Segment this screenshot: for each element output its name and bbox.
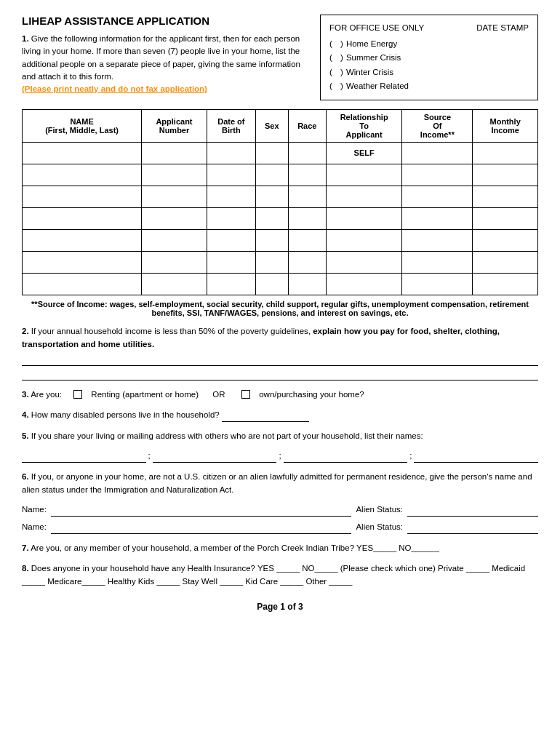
- s6-name-field1[interactable]: [51, 503, 352, 517]
- row3-source[interactable]: [402, 186, 473, 207]
- row7-appnum[interactable]: [142, 273, 207, 295]
- highlight-text: (Please print neatly and do not fax appl…: [22, 84, 207, 93]
- row1-race[interactable]: [288, 142, 326, 164]
- row5-race[interactable]: [288, 229, 326, 251]
- row3-name[interactable]: [23, 186, 142, 207]
- s7-num: 7.: [22, 543, 29, 552]
- row4-sex[interactable]: [255, 207, 288, 229]
- col-header-rel: RelationshipToApplicant: [326, 109, 401, 142]
- row5-rel[interactable]: [326, 229, 401, 251]
- s5-name4[interactable]: [414, 449, 538, 463]
- row7-source[interactable]: [402, 273, 473, 295]
- row4-name[interactable]: [23, 207, 142, 229]
- office-item-2: ( ) Summer Crisis: [329, 51, 529, 65]
- row1-dob[interactable]: [207, 142, 255, 164]
- row5-source[interactable]: [402, 229, 473, 251]
- s4-text: How many disabled persons live in the ho…: [31, 410, 220, 419]
- s6-num: 6.: [22, 472, 29, 481]
- row6-sex[interactable]: [255, 251, 288, 273]
- s3-checkbox1[interactable]: [73, 390, 82, 399]
- row6-dob[interactable]: [207, 251, 255, 273]
- table-row: [23, 229, 538, 251]
- col-header-sex: Sex: [255, 109, 288, 142]
- row3-sex[interactable]: [255, 186, 288, 207]
- office-item-1: ( ) Home Energy: [329, 37, 529, 52]
- row2-source[interactable]: [402, 164, 473, 186]
- page-footer: Page 1 of 3: [22, 602, 538, 612]
- row6-name[interactable]: [23, 251, 142, 273]
- row7-dob[interactable]: [207, 273, 255, 295]
- s6-alien-field1[interactable]: [407, 503, 538, 517]
- row5-sex[interactable]: [255, 229, 288, 251]
- paren-open: (: [329, 37, 332, 52]
- section-3: 3. Are you: Renting (apartment or home) …: [22, 388, 538, 401]
- s6-name-field2[interactable]: [51, 519, 352, 533]
- s2-line2[interactable]: [22, 369, 538, 381]
- row4-race[interactable]: [288, 207, 326, 229]
- paren-open4: (: [329, 79, 332, 94]
- row4-appnum[interactable]: [142, 207, 207, 229]
- row6-appnum[interactable]: [142, 251, 207, 273]
- s8-text: Does anyone in your household have any H…: [22, 564, 525, 586]
- row2-rel[interactable]: [326, 164, 401, 186]
- row6-race[interactable]: [288, 251, 326, 273]
- s5-name3[interactable]: [284, 449, 408, 463]
- row3-appnum[interactable]: [142, 186, 207, 207]
- row3-rel[interactable]: [326, 186, 401, 207]
- s3-checkbox2[interactable]: [241, 390, 250, 399]
- row1-name[interactable]: [23, 142, 142, 164]
- row7-race[interactable]: [288, 273, 326, 295]
- row7-income[interactable]: [473, 273, 538, 295]
- row7-name[interactable]: [23, 273, 142, 295]
- row4-income[interactable]: [473, 207, 538, 229]
- s5-num: 5.: [22, 431, 29, 440]
- row1-income[interactable]: [473, 142, 538, 164]
- row1-appnum[interactable]: [142, 142, 207, 164]
- row3-dob[interactable]: [207, 186, 255, 207]
- office-item-2-label: Summer Crisis: [346, 51, 401, 65]
- section1-num: 1.: [22, 34, 29, 43]
- row4-source[interactable]: [402, 207, 473, 229]
- row7-sex[interactable]: [255, 273, 288, 295]
- s6-text: If you, or anyone in your home, are not …: [22, 472, 532, 494]
- row2-dob[interactable]: [207, 164, 255, 186]
- row4-dob[interactable]: [207, 207, 255, 229]
- s5-name1[interactable]: [22, 449, 146, 463]
- row6-rel[interactable]: [326, 251, 401, 273]
- row3-race[interactable]: [288, 186, 326, 207]
- row5-name[interactable]: [23, 229, 142, 251]
- row3-income[interactable]: [473, 186, 538, 207]
- table-row: SELF: [23, 142, 538, 164]
- row5-appnum[interactable]: [142, 229, 207, 251]
- row6-source[interactable]: [402, 251, 473, 273]
- row2-name[interactable]: [23, 164, 142, 186]
- table-row: [23, 164, 538, 186]
- s2-line1[interactable]: [22, 354, 538, 366]
- check-space2: [335, 51, 337, 65]
- s5-name2[interactable]: [153, 449, 277, 463]
- row1-sex[interactable]: [255, 142, 288, 164]
- row1-source[interactable]: [402, 142, 473, 164]
- row5-income[interactable]: [473, 229, 538, 251]
- row2-sex[interactable]: [255, 164, 288, 186]
- household-table: NAME(First, Middle, Last) ApplicantNumbe…: [22, 109, 538, 295]
- row4-rel[interactable]: [326, 207, 401, 229]
- table-row: [23, 273, 538, 295]
- section-4: 4. How many disabled persons live in the…: [22, 408, 538, 422]
- row2-appnum[interactable]: [142, 164, 207, 186]
- page-title: LIHEAP ASSISTANCE APPLICATION: [22, 15, 305, 27]
- row2-income[interactable]: [473, 164, 538, 186]
- s6-alien-label1: Alien Status:: [356, 503, 403, 516]
- s4-num: 4.: [22, 410, 29, 419]
- s6-alien-field2[interactable]: [407, 519, 538, 533]
- row5-dob[interactable]: [207, 229, 255, 251]
- check-space4: [335, 79, 337, 94]
- s4-field[interactable]: [222, 408, 309, 422]
- section-5: 5. If you share your living or mailing a…: [22, 429, 538, 463]
- row6-income[interactable]: [473, 251, 538, 273]
- office-item-1-label: Home Energy: [346, 37, 397, 52]
- s3-or: OR: [212, 390, 225, 399]
- col-header-appnum: ApplicantNumber: [142, 109, 207, 142]
- row2-race[interactable]: [288, 164, 326, 186]
- row7-rel[interactable]: [326, 273, 401, 295]
